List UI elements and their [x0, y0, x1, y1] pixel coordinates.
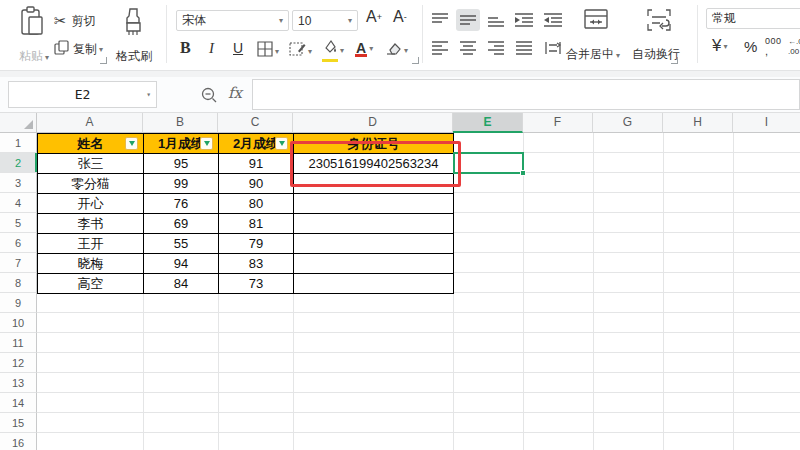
- row-header-1[interactable]: 1: [0, 133, 37, 153]
- percent-format-button[interactable]: %: [744, 38, 757, 55]
- font-color-button[interactable]: A ▾: [355, 40, 373, 56]
- row-header-12[interactable]: 12: [0, 353, 37, 373]
- decrease-indent-button[interactable]: [512, 9, 536, 31]
- borders-button[interactable]: ▾: [257, 41, 279, 61]
- cell-a5[interactable]: 李书: [38, 214, 144, 234]
- filter-button-jan[interactable]: [200, 137, 213, 150]
- align-bottom-button[interactable]: [484, 9, 508, 31]
- row-header-14[interactable]: 14: [0, 393, 37, 413]
- font-size-combobox[interactable]: 10 ▾: [292, 10, 358, 31]
- clipboard-dialog-launcher[interactable]: [100, 57, 107, 64]
- align-center-button[interactable]: [456, 37, 480, 59]
- name-box-dropdown-arrow[interactable]: ▾: [146, 90, 151, 99]
- cell-b3[interactable]: 99: [144, 174, 219, 194]
- zoom-out-icon[interactable]: [200, 86, 218, 108]
- increase-indent-button[interactable]: [541, 9, 565, 31]
- cell-d6[interactable]: [294, 234, 454, 254]
- align-top-button[interactable]: [428, 9, 452, 31]
- increase-font-size-button[interactable]: A+: [366, 8, 382, 26]
- cell-b2[interactable]: 95: [144, 154, 219, 174]
- row-header-6[interactable]: 6: [0, 233, 37, 253]
- alignment-dialog-launcher[interactable]: [671, 57, 678, 64]
- align-right-button[interactable]: [484, 37, 508, 59]
- cut-button[interactable]: ✂ 剪切: [54, 12, 96, 30]
- cell-b8[interactable]: 84: [144, 274, 219, 294]
- wrap-text-button[interactable]: [645, 7, 673, 37]
- header-cell-feb[interactable]: 2月成绩: [219, 134, 294, 154]
- text-orientation-button[interactable]: [541, 37, 565, 59]
- cell-c2[interactable]: 91: [219, 154, 294, 174]
- row-header-10[interactable]: 10: [0, 313, 37, 333]
- cell-b4[interactable]: 76: [144, 194, 219, 214]
- filter-button-feb[interactable]: [275, 137, 288, 150]
- row-header-7[interactable]: 7: [0, 253, 37, 273]
- cell-d7[interactable]: [294, 254, 454, 274]
- merge-center-button[interactable]: [582, 7, 610, 37]
- cell-a6[interactable]: 王开: [38, 234, 144, 254]
- row-header-3[interactable]: 3: [0, 173, 37, 193]
- merge-center-label[interactable]: 合并居中▾: [566, 46, 620, 63]
- column-header-e[interactable]: E: [453, 113, 523, 133]
- row-header-4[interactable]: 4: [0, 193, 37, 213]
- cell-c7[interactable]: 83: [219, 254, 294, 274]
- paste-button[interactable]: [16, 5, 48, 43]
- copy-button[interactable]: 复制 ▾: [54, 40, 103, 59]
- cell-c8[interactable]: 73: [219, 274, 294, 294]
- column-header-h[interactable]: H: [663, 113, 733, 133]
- row-header-13[interactable]: 13: [0, 373, 37, 393]
- cell-c6[interactable]: 79: [219, 234, 294, 254]
- row-header-8[interactable]: 8: [0, 273, 37, 293]
- header-cell-jan[interactable]: 1月成绩: [144, 134, 219, 154]
- decrease-font-size-button[interactable]: A-: [393, 8, 407, 26]
- thousands-format-button[interactable]: 000 ,: [765, 37, 782, 57]
- cell-c3[interactable]: 90: [219, 174, 294, 194]
- italic-button[interactable]: I: [209, 40, 214, 57]
- cell-b5[interactable]: 69: [144, 214, 219, 234]
- align-middle-button[interactable]: [456, 9, 480, 31]
- header-cell-name[interactable]: 姓名: [38, 134, 144, 154]
- filter-button-name[interactable]: [125, 137, 138, 150]
- cell-d5[interactable]: [294, 214, 454, 234]
- row-header-11[interactable]: 11: [0, 333, 37, 353]
- cell-a8[interactable]: 高空: [38, 274, 144, 294]
- fill-handle[interactable]: [520, 170, 526, 176]
- cell-a4[interactable]: 开心: [38, 194, 144, 214]
- fx-icon[interactable]: fx: [228, 84, 242, 102]
- row-header-9[interactable]: 9: [0, 293, 37, 313]
- cell-c5[interactable]: 81: [219, 214, 294, 234]
- cell-a3[interactable]: 零分猫: [38, 174, 144, 194]
- column-header-d[interactable]: D: [293, 113, 453, 133]
- bold-button[interactable]: B: [180, 39, 191, 57]
- cell-c4[interactable]: 80: [219, 194, 294, 214]
- format-painter-button[interactable]: [118, 6, 148, 42]
- column-header-b[interactable]: B: [143, 113, 218, 133]
- name-box[interactable]: E2 ▾: [8, 81, 157, 108]
- cell-a2[interactable]: 张三: [38, 154, 144, 174]
- cell-d8[interactable]: [294, 274, 454, 294]
- font-family-combobox[interactable]: 宋体 ▾: [176, 10, 289, 31]
- currency-format-button[interactable]: ¥ ▾: [712, 36, 727, 56]
- number-format-combobox[interactable]: 常规: [706, 8, 800, 29]
- formula-input[interactable]: [252, 79, 800, 110]
- cell-b6[interactable]: 55: [144, 234, 219, 254]
- column-header-g[interactable]: G: [593, 113, 663, 133]
- column-header-a[interactable]: A: [37, 113, 143, 133]
- column-header-i[interactable]: I: [733, 113, 800, 133]
- fill-color-button[interactable]: ▾: [322, 39, 344, 61]
- draw-border-button[interactable]: ▾: [289, 41, 312, 61]
- row-header-16[interactable]: 16: [0, 433, 37, 450]
- row-header-15[interactable]: 15: [0, 413, 37, 433]
- adjust-decimal-button[interactable]: ←.0 .00: [788, 37, 800, 56]
- underline-button[interactable]: U: [233, 40, 243, 56]
- cell-b7[interactable]: 94: [144, 254, 219, 274]
- column-header-f[interactable]: F: [523, 113, 593, 133]
- align-left-button[interactable]: [428, 37, 452, 59]
- row-header-2[interactable]: 2: [0, 153, 37, 173]
- cell-d4[interactable]: [294, 194, 454, 214]
- row-header-5[interactable]: 5: [0, 213, 37, 233]
- font-dialog-launcher[interactable]: [412, 57, 419, 64]
- column-header-c[interactable]: C: [218, 113, 293, 133]
- select-all-corner[interactable]: [0, 113, 37, 133]
- eraser-button[interactable]: ▾: [385, 41, 408, 60]
- justify-button[interactable]: [512, 37, 536, 59]
